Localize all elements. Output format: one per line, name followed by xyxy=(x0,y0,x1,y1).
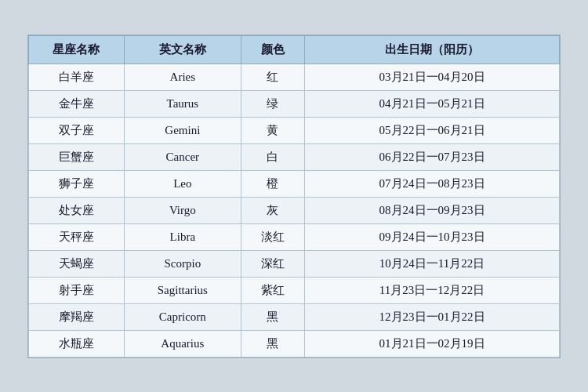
cell-english: Taurus xyxy=(124,90,241,117)
cell-english: Aquarius xyxy=(124,330,241,357)
cell-color: 黑 xyxy=(241,303,304,330)
cell-color: 紫红 xyxy=(241,277,304,303)
table-row: 射手座Sagittarius紫红11月23日一12月22日 xyxy=(29,277,560,303)
zodiac-table-container: 星座名称 英文名称 颜色 出生日期（阳历） 白羊座Aries红03月21日一04… xyxy=(27,34,561,358)
cell-english: Cancer xyxy=(124,143,241,170)
cell-english: Scorpio xyxy=(124,250,241,277)
cell-date: 10月24日一11月22日 xyxy=(305,250,560,277)
cell-english: Capricorn xyxy=(124,303,241,330)
cell-chinese: 双子座 xyxy=(29,117,125,143)
cell-date: 03月21日一04月20日 xyxy=(305,64,560,90)
cell-color: 白 xyxy=(241,143,304,170)
header-english: 英文名称 xyxy=(124,35,241,64)
cell-chinese: 摩羯座 xyxy=(29,303,125,330)
table-row: 处女座Virgo灰08月24日一09月23日 xyxy=(29,197,560,223)
table-row: 金牛座Taurus绿04月21日一05月21日 xyxy=(29,90,560,117)
cell-english: Aries xyxy=(124,64,241,90)
cell-date: 11月23日一12月22日 xyxy=(305,277,560,303)
table-row: 白羊座Aries红03月21日一04月20日 xyxy=(29,64,560,90)
table-header-row: 星座名称 英文名称 颜色 出生日期（阳历） xyxy=(29,35,560,64)
cell-english: Libra xyxy=(124,223,241,250)
cell-chinese: 金牛座 xyxy=(29,90,125,117)
cell-chinese: 天蝎座 xyxy=(29,250,125,277)
cell-color: 深红 xyxy=(241,250,304,277)
cell-color: 黄 xyxy=(241,117,304,143)
table-row: 摩羯座Capricorn黑12月23日一01月22日 xyxy=(29,303,560,330)
cell-chinese: 射手座 xyxy=(29,277,125,303)
cell-english: Leo xyxy=(124,170,241,197)
cell-chinese: 狮子座 xyxy=(29,170,125,197)
cell-chinese: 水瓶座 xyxy=(29,330,125,357)
cell-date: 06月22日一07月23日 xyxy=(305,143,560,170)
cell-english: Gemini xyxy=(124,117,241,143)
cell-date: 08月24日一09月23日 xyxy=(305,197,560,223)
zodiac-table: 星座名称 英文名称 颜色 出生日期（阳历） 白羊座Aries红03月21日一04… xyxy=(28,35,560,358)
cell-date: 05月22日一06月21日 xyxy=(305,117,560,143)
header-date: 出生日期（阳历） xyxy=(305,35,560,64)
cell-date: 09月24日一10月23日 xyxy=(305,223,560,250)
cell-chinese: 处女座 xyxy=(29,197,125,223)
cell-color: 灰 xyxy=(241,197,304,223)
cell-english: Sagittarius xyxy=(124,277,241,303)
header-chinese: 星座名称 xyxy=(29,35,125,64)
cell-english: Virgo xyxy=(124,197,241,223)
table-row: 天蝎座Scorpio深红10月24日一11月22日 xyxy=(29,250,560,277)
cell-chinese: 白羊座 xyxy=(29,64,125,90)
cell-date: 07月24日一08月23日 xyxy=(305,170,560,197)
cell-chinese: 天秤座 xyxy=(29,223,125,250)
cell-color: 橙 xyxy=(241,170,304,197)
table-row: 巨蟹座Cancer白06月22日一07月23日 xyxy=(29,143,560,170)
table-row: 狮子座Leo橙07月24日一08月23日 xyxy=(29,170,560,197)
cell-chinese: 巨蟹座 xyxy=(29,143,125,170)
cell-color: 绿 xyxy=(241,90,304,117)
table-row: 水瓶座Aquarius黑01月21日一02月19日 xyxy=(29,330,560,357)
cell-color: 红 xyxy=(241,64,304,90)
cell-date: 04月21日一05月21日 xyxy=(305,90,560,117)
table-row: 天秤座Libra淡红09月24日一10月23日 xyxy=(29,223,560,250)
cell-date: 12月23日一01月22日 xyxy=(305,303,560,330)
table-row: 双子座Gemini黄05月22日一06月21日 xyxy=(29,117,560,143)
cell-date: 01月21日一02月19日 xyxy=(305,330,560,357)
cell-color: 黑 xyxy=(241,330,304,357)
cell-color: 淡红 xyxy=(241,223,304,250)
header-color: 颜色 xyxy=(241,35,304,64)
